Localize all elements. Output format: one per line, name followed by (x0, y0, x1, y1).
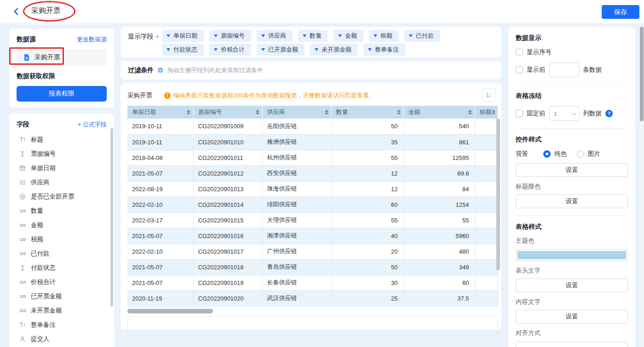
change-datasource-link[interactable]: 更改数据源 (77, 35, 107, 44)
show-index-label: 显示序号 (527, 48, 552, 57)
chevron-down-icon[interactable] (261, 48, 265, 51)
sort-icon[interactable] (397, 110, 401, 114)
display-field-chip[interactable]: 税额 (369, 30, 399, 42)
chevron-down-icon[interactable] (409, 34, 413, 37)
fields-heading: 字段 (17, 120, 29, 129)
field-item[interactable]: 是否已全部开票 (17, 189, 107, 204)
cell: 1254 (403, 197, 475, 212)
display-field-chip[interactable]: 已开票金额 (257, 44, 305, 56)
field-item[interactable]: 付款状态 (17, 261, 107, 275)
save-button[interactable]: 保存 (602, 5, 639, 19)
chevron-down-icon[interactable] (167, 34, 170, 37)
field-item[interactable]: 供应商 (17, 175, 107, 189)
content-text-set-button[interactable]: 设置 (516, 310, 628, 324)
display-field-chip[interactable]: 整单备注 (363, 44, 405, 56)
sort-icon[interactable] (256, 110, 259, 114)
field-item[interactable]: 单据日期 (17, 161, 107, 175)
chevron-down-icon[interactable] (303, 34, 306, 37)
solid-color-radio[interactable] (543, 150, 551, 158)
freeze-checkbox[interactable] (516, 110, 523, 117)
chevron-down-icon[interactable] (261, 34, 265, 37)
column-header[interactable]: 单据日期 (127, 106, 193, 119)
back-icon[interactable] (12, 7, 20, 16)
display-field-chip[interactable]: 未开票金额 (310, 44, 358, 56)
display-field-chip[interactable]: 单据日期 (162, 30, 204, 42)
display-field-chip[interactable]: 已付款 (404, 30, 440, 42)
add-field-icon[interactable]: + (155, 33, 159, 40)
chevron-down-icon[interactable] (374, 34, 377, 37)
page-title[interactable]: 采购开票 (29, 6, 63, 18)
field-item[interactable]: 123已付款 (17, 246, 107, 261)
header-text-set-button[interactable]: 设置 (516, 279, 628, 292)
chevron-down-icon[interactable] (214, 48, 218, 51)
align-control[interactable] (516, 341, 628, 347)
numeric-sort-button[interactable]: 1↓ (482, 88, 496, 102)
cell: CG20220901020 (193, 290, 262, 306)
chevron-down-icon[interactable] (338, 34, 342, 37)
hscroll-thumb[interactable] (127, 309, 213, 313)
preview-panel: 采购开票 ! 编辑界面只取数据源前200条作为查询数据预览，完整数据请访问页面查… (121, 83, 501, 330)
sort-icon[interactable] (492, 110, 495, 114)
field-item[interactable]: 提交人 (17, 332, 107, 346)
field-item[interactable]: 123税额 (17, 232, 107, 246)
cell: 50 (331, 119, 403, 134)
permission-heading: 数据获取权限 (17, 72, 107, 80)
chevron-down-icon[interactable] (315, 48, 318, 51)
sort-icon[interactable] (468, 110, 472, 114)
field-item[interactable]: 123金额 (17, 218, 107, 232)
display-field-chip[interactable]: 数量 (298, 30, 328, 42)
cell: CG20220901009 (193, 119, 262, 134)
chevron-down-icon[interactable] (214, 34, 218, 37)
field-item[interactable]: 123价税合计 (17, 275, 107, 289)
display-field-chip[interactable]: 价税合计 (209, 44, 251, 56)
column-header[interactable]: 数量 (331, 106, 403, 119)
display-field-chip[interactable]: 票据编号 (209, 30, 251, 42)
add-formula-field-link[interactable]: + 公式字段 (78, 120, 107, 129)
fields-scrollbar[interactable] (110, 128, 113, 307)
sort-asc-icon (256, 110, 259, 112)
field-item[interactable]: 票据编号 (17, 147, 107, 161)
cell: 60 (403, 275, 475, 290)
sort-asc-icon (492, 110, 495, 112)
cell (475, 212, 498, 228)
field-item[interactable]: 123未开票金额 (17, 303, 107, 318)
chevron-down-icon[interactable] (167, 48, 170, 51)
datasource-item[interactable]: 采购开票 (17, 49, 107, 66)
page-scrollbar-thumb[interactable] (640, 27, 644, 121)
top-n-input[interactable] (549, 63, 580, 77)
title-color-set-button[interactable]: 设置 (516, 194, 628, 208)
freeze-prefix: 固定前 (527, 109, 546, 118)
cell: 株洲供应链 (262, 134, 331, 150)
field-item[interactable]: 标题 (17, 132, 107, 147)
image-label[interactable]: 图片 (588, 150, 600, 158)
cell: 湘潭供应链 (262, 228, 331, 244)
display-field-chip[interactable]: 付款状态 (162, 44, 204, 56)
column-header[interactable]: 金额 (403, 106, 475, 119)
field-item[interactable]: 123数量 (17, 204, 107, 218)
column-header[interactable]: 税额 (475, 106, 498, 119)
report-permission-button[interactable]: 报表权限 (17, 86, 107, 102)
field-item[interactable]: 整单备注 (17, 318, 107, 332)
theme-color-picker[interactable] (516, 249, 628, 261)
display-field-chip[interactable]: 供应商 (257, 30, 293, 42)
show-index-checkbox[interactable] (516, 49, 523, 56)
help-icon[interactable]: ? (605, 110, 613, 117)
sort-icon[interactable] (325, 110, 328, 114)
field-item[interactable]: 123已开票金额 (17, 289, 107, 303)
chip-label: 价税合计 (221, 46, 245, 54)
table-vertical-scrollbar[interactable] (496, 119, 500, 270)
gear-icon[interactable]: ⚙ (157, 66, 163, 74)
show-top-checkbox[interactable] (516, 66, 523, 74)
image-radio[interactable] (577, 150, 584, 158)
column-header[interactable]: 供应商 (262, 106, 331, 119)
solid-color-label[interactable]: 纯色 (554, 150, 567, 158)
table-row: 2022-02-10CG20220901017广州供应链20480 (127, 244, 498, 259)
chevron-down-icon[interactable] (368, 48, 372, 51)
sort-icon[interactable] (187, 110, 190, 114)
display-field-chip[interactable]: 金额 (334, 30, 363, 42)
page-scrollbar[interactable] (640, 25, 644, 347)
column-header[interactable]: 票据编号 (193, 106, 262, 119)
column-header-label: 单据日期 (132, 108, 156, 116)
freeze-count-select[interactable]: 1 (549, 106, 580, 121)
background-set-button[interactable]: 设置 (516, 163, 628, 177)
